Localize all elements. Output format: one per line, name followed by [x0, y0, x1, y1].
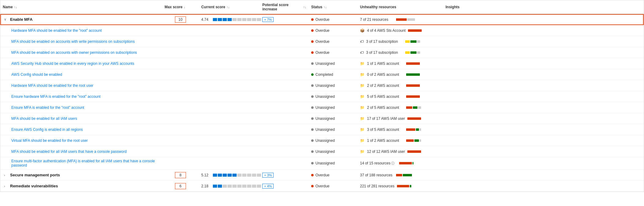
expand-icon[interactable]: ›	[4, 173, 8, 177]
child-status-cell: Unassigned	[309, 61, 358, 66]
child-unhealthy-text: 17 of 17 AWS IAM user	[367, 116, 405, 121]
child-unhealthy-cell: 📁1 of 2 AWS account	[358, 138, 443, 143]
status-dot	[311, 18, 314, 21]
child-unhealthy-cell: 14 of 15 resources ⓘ	[358, 161, 443, 166]
child-unhealthy-text: 4 of 4 AWS Sts Account	[367, 28, 406, 33]
uhbar-green	[413, 162, 413, 164]
max-score-box: 10	[175, 17, 186, 23]
child-name-link[interactable]: Hardware MFA should be enabled for the "…	[11, 28, 102, 33]
child-status-cell: Overdue	[309, 39, 358, 44]
current-score-sort-icon[interactable]: ↑↓	[227, 6, 230, 9]
child-status-text: Overdue	[315, 50, 329, 55]
child-name-link[interactable]: Hardware MFA should be enabled for the r…	[11, 83, 93, 88]
max-score-sort-icon[interactable]: ↓	[184, 6, 185, 9]
child-status-cell: Unassigned	[309, 161, 358, 165]
child-status-text: Unassigned	[315, 149, 335, 154]
child-row[interactable]: AWS Config should be enabledCompleted📁0 …	[0, 69, 644, 80]
child-row[interactable]: Ensure MFA is enabled for the "root" acc…	[0, 102, 644, 113]
child-name-link[interactable]: MFA should be enabled on accounts with o…	[11, 50, 137, 55]
child-row[interactable]: Hardware MFA should be enabled for the r…	[0, 80, 644, 91]
unhealthy-bars	[406, 128, 441, 131]
section-row[interactable]: ∨Enable MFA104.74+ 7%Overdue7 of 21 reso…	[0, 14, 644, 25]
potential-sort-icon[interactable]: ↑↓	[303, 6, 306, 9]
child-row[interactable]: Ensure AWS Config is enabled in all regi…	[0, 124, 644, 135]
unhealthy-bars	[406, 73, 441, 76]
child-row[interactable]: MFA should be enabled on accounts with w…	[0, 36, 644, 47]
child-row[interactable]: Ensure multi-factor authentication (MFA)…	[0, 157, 644, 170]
child-status-cell: Unassigned	[309, 116, 358, 121]
child-name-link[interactable]: MFA should be enabled for all IAM users	[11, 116, 77, 121]
child-row[interactable]: Hardware MFA should be enabled for the "…	[0, 25, 644, 36]
child-name-link[interactable]: Ensure MFA is enabled for the "root" acc…	[11, 105, 84, 110]
potential-box: + 7%	[262, 17, 274, 22]
child-icon: 📁	[360, 149, 365, 154]
child-unhealthy-cell: 📁0 of 2 AWS account	[358, 72, 443, 77]
section-row[interactable]: ›Secure management ports85.12+ 3%Overdue…	[0, 170, 644, 181]
child-name-link[interactable]: AWS Config should be enabled	[11, 72, 62, 77]
section-row[interactable]: ›Remediate vulnerabilities62.18+ 4%Overd…	[0, 181, 644, 192]
child-status-dot	[311, 84, 314, 87]
uhbar-red	[406, 62, 420, 65]
score-bar-filled	[218, 18, 222, 21]
potential-box: + 3%	[262, 173, 274, 178]
status-sort-icon[interactable]: ↑↓	[324, 6, 327, 9]
child-status-dot	[311, 29, 314, 32]
current-score-value: 4.74	[201, 17, 211, 22]
child-row[interactable]: MFA should be enabled for all IAM usersU…	[0, 113, 644, 124]
collapse-icon[interactable]: ∨	[4, 17, 8, 21]
child-row[interactable]: MFA should be enabled on accounts with o…	[0, 47, 644, 58]
child-icon: 📁	[360, 72, 365, 77]
score-bar-empty	[252, 185, 256, 188]
uhbar-red	[396, 18, 407, 21]
uhbar-red	[396, 174, 402, 176]
child-unhealthy-cell: 🏷3 of 17 subscription	[358, 50, 443, 55]
potential-cell: + 7%	[260, 17, 309, 22]
child-icon: 📁	[360, 138, 365, 143]
child-status-text: Overdue	[315, 28, 329, 33]
unhealthy-bars	[406, 139, 441, 142]
uhbar-green	[414, 139, 419, 142]
child-icon: 📁	[360, 83, 365, 88]
status-text: Overdue	[315, 173, 329, 177]
unhealthy-bars	[399, 162, 441, 164]
child-icon: 📁	[360, 94, 365, 99]
score-bars-row	[213, 185, 261, 188]
child-name-link[interactable]: Virtual MFA should be enabled for the ro…	[11, 138, 88, 143]
child-name-link[interactable]: Ensure hardware MFA is enabled for the "…	[11, 94, 100, 99]
expand-icon[interactable]: ›	[4, 184, 8, 188]
child-row[interactable]: Virtual MFA should be enabled for the ro…	[0, 135, 644, 146]
child-row[interactable]: AWS Security Hub should be enabled in ev…	[0, 58, 644, 69]
child-unhealthy-text: 2 of 2 AWS account	[367, 83, 404, 88]
child-unhealthy-cell: 📁5 of 5 AWS account	[358, 94, 443, 99]
unhealthy-bars	[408, 29, 441, 32]
child-name-cell: MFA should be enabled on accounts with w…	[0, 38, 162, 46]
child-unhealthy-text: 1 of 1 AWS account	[367, 61, 404, 66]
uhbar-green	[413, 106, 417, 109]
uhbar-red	[407, 150, 421, 153]
max-score-cell: 8	[162, 172, 199, 178]
uhbar-red	[399, 162, 412, 164]
child-name-link[interactable]: MFA should be enabled on accounts with w…	[11, 39, 135, 44]
uhbar-yellow	[405, 51, 410, 54]
child-status-cell: Unassigned	[309, 138, 358, 143]
child-name-link[interactable]: MFA should be enabled for all IAM users …	[11, 149, 127, 154]
child-name-cell: Ensure MFA is enabled for the "root" acc…	[0, 104, 162, 112]
score-bar-empty	[252, 174, 256, 177]
child-name-cell: MFA should be enabled for all IAM users	[0, 115, 162, 123]
uhbar-red	[407, 117, 421, 120]
child-name-link[interactable]: Ensure multi-factor authentication (MFA)…	[11, 159, 160, 167]
child-name-link[interactable]: AWS Security Hub should be enabled in ev…	[11, 61, 134, 66]
child-row[interactable]: MFA should be enabled for all IAM users …	[0, 146, 644, 157]
child-row[interactable]: Ensure hardware MFA is enabled for the "…	[0, 91, 644, 102]
child-name-link[interactable]: Ensure AWS Config is enabled in all regi…	[11, 127, 83, 132]
name-sort-icon[interactable]: ↑↓	[14, 6, 17, 9]
unhealthy-bars	[405, 51, 441, 54]
info-icon[interactable]: ⓘ	[390, 161, 395, 165]
section-name-cell: ›Secure management ports	[0, 171, 162, 179]
score-bars-row	[213, 174, 261, 177]
section-name-label: Remediate vulnerabilities	[10, 184, 58, 188]
unhealthy-bars	[406, 62, 441, 65]
col-name[interactable]: Name ↑↓	[0, 5, 162, 9]
status-cell: Overdue	[309, 184, 358, 188]
section-name-label: Secure management ports	[10, 173, 60, 177]
